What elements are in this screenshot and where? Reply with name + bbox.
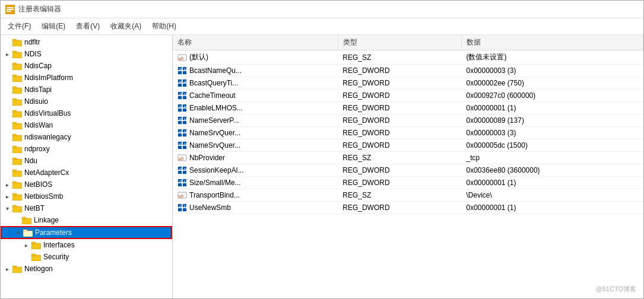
cell-name-8: ab NbProvider	[173, 152, 338, 164]
svg-text:00: 00	[184, 117, 187, 120]
cell-data-6: 0x00000003 (3)	[461, 127, 643, 139]
tree-node-ndu[interactable]: Ndu	[1, 155, 172, 167]
svg-text:00: 00	[179, 80, 182, 83]
table-row[interactable]: ab NbProviderREG_SZ_tcp	[173, 152, 643, 164]
node-label-ndu: Ndu	[24, 157, 37, 165]
folder-icon-security	[31, 253, 41, 261]
svg-text:00: 00	[179, 180, 182, 183]
table-row[interactable]: 00 00 NameSrvQuer...REG_DWORD0x00000003 …	[173, 127, 643, 139]
expander-interfaces[interactable]: ▸	[22, 241, 30, 249]
folder-icon-ndfltr	[12, 38, 22, 46]
expander-linkage	[12, 216, 21, 224]
svg-rect-4	[12, 40, 22, 46]
menu-file[interactable]: 文件(F)	[3, 20, 36, 33]
tree-node-netbt[interactable]: ▾ NetBT	[1, 202, 172, 214]
expander-ndproxy	[3, 145, 11, 153]
svg-rect-39	[31, 242, 36, 244]
ab-icon: ab	[177, 53, 187, 62]
tree-node-netlogon[interactable]: ▸ Netlogon	[1, 263, 172, 275]
cell-type-10: REG_DWORD	[338, 177, 461, 189]
expander-parameters[interactable]: ▾	[14, 228, 22, 237]
tree-node-netbiossmb[interactable]: ▸ NetbiosSmb	[1, 190, 172, 202]
expander-ndis[interactable]: ▸	[3, 50, 11, 58]
tree-node-ndistapi[interactable]: NdisTapi	[1, 84, 172, 96]
cell-name-7: 00 00 NameSrvQuer...	[173, 139, 338, 152]
svg-rect-38	[31, 243, 41, 249]
svg-rect-72	[178, 121, 182, 124]
expander-netlogon[interactable]: ▸	[3, 265, 11, 273]
name-text: BcastQueryTi...	[189, 79, 238, 87]
svg-rect-33	[12, 205, 17, 207]
table-row[interactable]: 00 00 CacheTimeoutREG_DWORD0x000927c0 (6…	[173, 90, 643, 102]
svg-text:00: 00	[184, 205, 187, 208]
cell-name-3: 00 00 CacheTimeout	[173, 90, 338, 102]
table-row[interactable]: 00 00 EnableLMHOS...REG_DWORD0x00000001 …	[173, 102, 643, 114]
tree-node-interfaces[interactable]: ▸ Interfaces	[1, 239, 172, 251]
table-row[interactable]: ab TransportBind...REG_SZ\Device\	[173, 189, 643, 202]
svg-rect-13	[12, 87, 17, 88]
expander-netbt[interactable]: ▾	[3, 204, 11, 212]
name-text: TransportBind...	[189, 191, 240, 199]
tree-panel[interactable]: ndfltr▸ NDIS NdisCap NdisImPlatform Ndis…	[1, 35, 173, 298]
cell-name-0: ab (默认)	[173, 50, 338, 65]
table-row[interactable]: 00 00 NameServerP...REG_DWORD0x00000089 …	[173, 114, 643, 127]
tree-node-ndfltr[interactable]: ndfltr	[1, 36, 172, 48]
tree-node-netbios[interactable]: ▸ NetBIOS	[1, 179, 172, 190]
folder-icon-ndiswan	[12, 121, 22, 129]
tree-node-ndiswanlegacy[interactable]: ndiswanlegacy	[1, 131, 172, 143]
svg-text:00: 00	[179, 167, 182, 170]
cell-type-12: REG_DWORD	[338, 202, 461, 214]
tree-node-ndisuio[interactable]: Ndisuio	[1, 96, 172, 107]
svg-rect-24	[12, 159, 22, 165]
svg-rect-99	[183, 183, 186, 186]
table-row[interactable]: 00 00 Size/Small/Me...REG_DWORD0x0000000…	[173, 177, 643, 189]
registry-editor-window: 注册表编辑器 文件(F) 编辑(E) 查看(V) 收藏夹(A) 帮助(H) nd…	[0, 0, 644, 299]
tree-node-ndis[interactable]: ▸ NDIS	[1, 48, 172, 60]
cell-name-4: 00 00 EnableLMHOS...	[173, 102, 338, 114]
table-row[interactable]: 00 00 UseNewSmbREG_DWORD0x00000001 (1)	[173, 202, 643, 214]
svg-rect-92	[178, 171, 182, 174]
tree-node-ndisvirtualbus[interactable]: NdisVirtualBus	[1, 107, 172, 119]
node-label-linkage: Linkage	[34, 216, 59, 224]
svg-rect-43	[12, 266, 17, 268]
svg-rect-31	[12, 193, 17, 195]
folder-icon-netbiossmb	[12, 192, 22, 201]
tree-node-ndiscap[interactable]: NdisCap	[1, 60, 172, 72]
col-data[interactable]: 数据	[461, 35, 643, 50]
tree-node-ndproxy[interactable]: ndproxy	[1, 143, 172, 155]
table-row[interactable]: ab (默认)REG_SZ(数值未设置)	[173, 50, 643, 65]
col-name[interactable]: 名称	[173, 35, 338, 50]
table-row[interactable]: 00 00 NameSrvQuer...REG_DWORD0x000005dc …	[173, 139, 643, 152]
node-label-interfaces: Interfaces	[43, 241, 75, 249]
col-type[interactable]: 类型	[338, 35, 461, 50]
svg-rect-36	[23, 231, 33, 237]
tree-node-ndisimplatform[interactable]: NdisImPlatform	[1, 72, 172, 84]
dword-icon: 00 00	[177, 91, 187, 100]
node-label-ndproxy: ndproxy	[24, 145, 50, 153]
tree-node-parameters[interactable]: ▾ Parameters	[1, 226, 172, 239]
folder-icon-ndproxy	[12, 145, 22, 153]
svg-rect-84	[178, 146, 182, 149]
menu-help[interactable]: 帮助(H)	[147, 20, 181, 33]
table-row[interactable]: 00 00 BcastNameQu...REG_DWORD0x00000003 …	[173, 65, 643, 77]
node-label-ndiswanlegacy: ndiswanlegacy	[24, 133, 71, 141]
cell-type-11: REG_SZ	[338, 189, 461, 202]
folder-icon-netlogon	[12, 265, 22, 273]
expander-netbios[interactable]: ▸	[3, 180, 11, 189]
folder-icon-ndiscap	[12, 62, 22, 70]
name-text: SessionKeepAl...	[189, 166, 243, 174]
menu-edit[interactable]: 编辑(E)	[37, 20, 70, 33]
node-label-security: Security	[43, 253, 69, 261]
svg-text:00: 00	[184, 93, 187, 96]
menu-view[interactable]: 查看(V)	[71, 20, 104, 33]
svg-rect-14	[12, 100, 22, 106]
tree-node-linkage[interactable]: Linkage	[1, 214, 172, 226]
menu-favorites[interactable]: 收藏夹(A)	[106, 20, 146, 33]
svg-rect-60	[178, 96, 182, 99]
table-row[interactable]: 00 00 BcastQueryTi...REG_DWORD0x000002ee…	[173, 77, 643, 90]
table-row[interactable]: 00 00 SessionKeepAl...REG_DWORD0x0036ee8…	[173, 164, 643, 177]
expander-netbiossmb[interactable]: ▸	[3, 192, 11, 201]
tree-node-netadaptercx[interactable]: NetAdapterCx	[1, 167, 172, 179]
tree-node-security[interactable]: Security	[1, 251, 172, 263]
tree-node-ndiswan[interactable]: NdisWan	[1, 119, 172, 131]
